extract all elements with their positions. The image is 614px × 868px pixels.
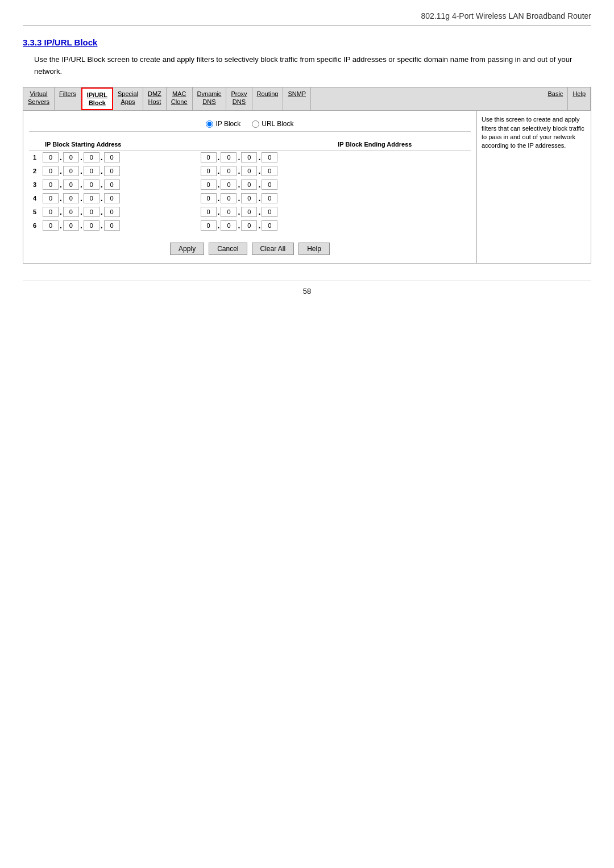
nav-item-snmp[interactable]: SNMP [283,87,311,111]
row-number-6: 6 [29,219,40,232]
table-row: 5 . . . [29,205,471,219]
ip-block-radio[interactable] [206,120,213,128]
start-ip-3-oct1[interactable] [43,180,59,190]
end-ip-1-oct3[interactable] [241,152,257,162]
start-ip-6-oct1[interactable] [43,220,59,231]
end-ip-1: . . . [198,151,334,165]
end-ip-6-oct3[interactable] [241,220,257,231]
end-ip-2-oct4[interactable] [262,166,277,176]
page-number: 58 [303,287,311,295]
nav-item-special-apps[interactable]: SpecialApps [113,87,143,111]
nav-item-dynamic-dns[interactable]: DynamicDNS [193,87,227,111]
end-ip-2-oct2[interactable] [221,166,237,176]
nav-item-filters[interactable]: Filters [55,87,81,111]
form-area: IP Block URL Block IP Block Starting Add… [23,111,477,263]
start-ip-2-oct4[interactable] [104,166,120,176]
start-ip-1-oct2[interactable] [63,152,79,162]
end-ip-4-oct1[interactable] [201,193,217,203]
nav-item-dmz-host[interactable]: DMZHost [143,87,167,111]
nav-item-help[interactable]: Help [568,87,591,111]
main-content: IP Block URL Block IP Block Starting Add… [23,111,591,264]
start-ip-4-oct3[interactable] [84,193,99,203]
nav-bar: VirtualServers Filters IP/URLBlock Speci… [23,87,591,111]
start-ip-4-oct1[interactable] [43,193,59,203]
nav-item-routing[interactable]: Routing [252,87,284,111]
start-ip-2-oct3[interactable] [84,166,99,176]
start-ip-3-oct3[interactable] [84,180,99,190]
nav-item-basic[interactable]: Basic [543,87,568,111]
cancel-button[interactable]: Cancel [209,243,247,255]
row-number-3: 3 [29,178,40,191]
start-ip-1: . . . [40,151,176,165]
end-ip-4-oct4[interactable] [262,193,277,203]
start-ip-2-oct2[interactable] [63,166,79,176]
start-ip-1-oct3[interactable] [84,152,99,162]
start-ip-5-oct2[interactable] [63,207,79,217]
page-footer: 58 [23,281,591,295]
end-ip-5-oct4[interactable] [262,207,277,217]
start-ip-3: . . . [40,178,176,191]
help-button[interactable]: Help [298,243,330,255]
ip-block-option[interactable]: IP Block [206,120,240,128]
start-ip-5-oct3[interactable] [84,207,99,217]
start-ip-5: . . . [40,205,176,219]
row-number-4: 4 [29,191,40,205]
start-ip-6-oct2[interactable] [63,220,79,231]
help-text: Use this screen to create and apply filt… [482,116,584,149]
url-block-radio[interactable] [252,120,259,128]
nav-item-ip-url-block[interactable]: IP/URLBlock [81,87,113,111]
clear-all-button[interactable]: Clear All [252,243,294,255]
row-number-1: 1 [29,151,40,165]
start-ip-2-oct1[interactable] [43,166,59,176]
end-ip-5-oct3[interactable] [241,207,257,217]
end-ip-3-oct3[interactable] [241,180,257,190]
nav-item-proxy-dns[interactable]: ProxyDNS [226,87,252,111]
start-ip-3-oct2[interactable] [63,180,79,190]
start-ip-4-oct2[interactable] [63,193,79,203]
end-ip-6-oct1[interactable] [201,220,217,231]
end-ip-3-oct1[interactable] [201,180,217,190]
start-ip-4-oct4[interactable] [104,193,120,203]
end-ip-4-oct2[interactable] [221,193,237,203]
table-row: 2 . . . [29,164,471,178]
radio-section: IP Block URL Block [29,116,471,132]
header-title: 802.11g 4-Port Wireless LAN Broadband Ro… [421,11,591,20]
end-ip-1-oct4[interactable] [262,152,277,162]
end-ip-5: . . . [198,205,334,219]
row-number-2: 2 [29,164,40,178]
end-ip-4: . . . [198,191,334,205]
start-ip-5-oct1[interactable] [43,207,59,217]
end-ip-4-oct3[interactable] [241,193,257,203]
start-ip-3-oct4[interactable] [104,180,120,190]
end-ip-1-oct1[interactable] [201,152,217,162]
table-row: 3 . . . [29,178,471,191]
start-ip-6-oct4[interactable] [104,220,120,231]
start-ip-1-oct4[interactable] [104,152,120,162]
url-block-label: URL Block [262,120,293,128]
end-ip-6-oct2[interactable] [221,220,237,231]
start-ip-6-oct3[interactable] [84,220,99,231]
apply-button[interactable]: Apply [170,243,204,255]
row-num-header [29,139,40,151]
nav-item-mac-clone[interactable]: MACClone [167,87,193,111]
start-ip-5-oct4[interactable] [104,207,120,217]
end-ip-3-oct4[interactable] [262,180,277,190]
end-ip-6-oct4[interactable] [262,220,277,231]
ip-table: IP Block Starting Address IP Block Endin… [29,139,471,232]
url-block-option[interactable]: URL Block [252,120,293,128]
end-ip-2-oct1[interactable] [201,166,217,176]
end-ip-3: . . . [198,178,334,191]
start-ip-1-oct1[interactable] [43,152,59,162]
end-ip-2-oct3[interactable] [241,166,257,176]
end-ip-5-oct1[interactable] [201,207,217,217]
button-row: Apply Cancel Clear All Help [29,238,471,257]
help-area: Use this screen to create and apply filt… [477,111,591,263]
end-ip-1-oct2[interactable] [221,152,237,162]
start-ip-4: . . . [40,191,176,205]
table-row: 6 . . . [29,219,471,232]
end-ip-3-oct2[interactable] [221,180,237,190]
nav-item-virtual-servers[interactable]: VirtualServers [23,87,55,111]
end-ip-5-oct2[interactable] [221,207,237,217]
page-header: 802.11g 4-Port Wireless LAN Broadband Ro… [23,11,591,26]
table-row: 1 . . . [29,151,471,165]
